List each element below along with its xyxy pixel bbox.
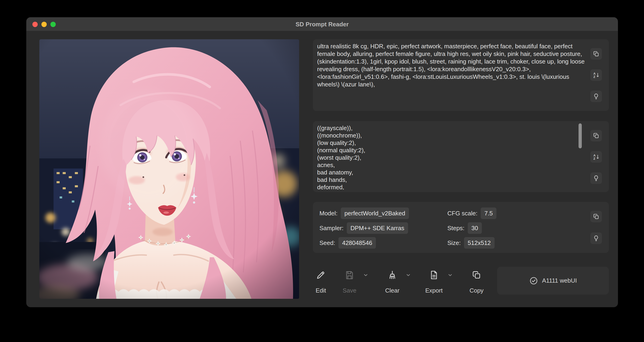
export-dropdown-chevron-icon[interactable] <box>447 272 454 278</box>
edit-button-label: Edit <box>310 287 331 294</box>
seed-value: 428048546 <box>338 237 376 249</box>
copy-icon <box>593 50 600 57</box>
scrollbar-thumb[interactable] <box>578 123 582 148</box>
negative-prompt-panel: ((grayscale)), ((monochrome)), (low qual… <box>313 121 609 192</box>
steps-value: 30 <box>468 222 482 234</box>
save-button-label: Save <box>339 287 360 294</box>
zoom-window-button[interactable] <box>50 22 56 27</box>
clear-button-label: Clear <box>382 287 403 294</box>
copy-negative-button[interactable] <box>590 130 602 141</box>
sort-az-icon <box>593 153 600 160</box>
negative-prompt-text[interactable]: ((grayscale)), ((monochrome)), (low qual… <box>317 124 587 190</box>
model-label: Model: <box>320 210 338 217</box>
param-row: Seed: 428048546 Size: 512x512 <box>320 237 587 249</box>
model-value: perfectWorld_v2Baked <box>341 208 409 219</box>
parameters-panel: Model: perfectWorld_v2Baked CFG scale: 7… <box>313 202 609 253</box>
sort-positive-button[interactable] <box>590 69 602 81</box>
sort-az-icon <box>593 72 600 78</box>
save-icon <box>344 270 354 280</box>
export-button[interactable]: Export <box>424 267 444 297</box>
edit-button[interactable]: Edit <box>310 267 331 297</box>
raw-view-parameters-button[interactable] <box>590 233 602 244</box>
sampler-label: Sampler: <box>320 225 344 232</box>
toolbar: Edit Save Clear Export Copy <box>313 267 609 306</box>
param-row: Sampler: DPM++ SDE Karras Steps: 30 <box>320 222 587 234</box>
param-row: Model: perfectWorld_v2Baked CFG scale: 7… <box>320 208 587 219</box>
lightbulb-icon <box>593 93 600 100</box>
size-value: 512x512 <box>464 237 494 249</box>
source-indicator-label: A1111 webUI <box>542 277 577 284</box>
desktop-background: SD Prompt Reader <box>0 0 644 342</box>
raw-view-positive-button[interactable] <box>590 91 602 102</box>
parameters-grid: Model: perfectWorld_v2Baked CFG scale: 7… <box>320 208 587 249</box>
lightbulb-icon <box>593 235 600 242</box>
app-window: SD Prompt Reader <box>26 17 618 307</box>
copy-button-label: Copy <box>466 287 487 294</box>
save-button[interactable]: Save <box>339 267 360 297</box>
sort-negative-button[interactable] <box>590 151 602 163</box>
window-title: SD Prompt Reader <box>26 17 618 31</box>
seed-label: Seed: <box>320 239 335 247</box>
copy-icon <box>593 213 600 220</box>
copy-icon <box>472 270 482 280</box>
traffic-lights <box>32 17 56 31</box>
cfg-label: CFG scale: <box>448 210 478 217</box>
clear-button[interactable]: Clear <box>382 267 403 297</box>
titlebar[interactable]: SD Prompt Reader <box>26 17 618 31</box>
positive-prompt-panel: ultra realistic 8k cg, HDR, epic, perfec… <box>313 39 609 111</box>
portrait-illustration <box>39 39 299 299</box>
copy-positive-button[interactable] <box>590 48 602 60</box>
pencil-icon <box>316 270 326 280</box>
export-button-label: Export <box>424 287 444 294</box>
copy-icon <box>593 132 600 139</box>
image-preview[interactable] <box>39 39 299 299</box>
steps-label: Steps: <box>448 225 464 232</box>
positive-prompt-text[interactable]: ultra realistic 8k cg, HDR, epic, perfec… <box>317 42 587 109</box>
lightbulb-icon <box>593 175 600 182</box>
source-indicator[interactable]: A1111 webUI <box>497 267 609 295</box>
minimize-window-button[interactable] <box>42 22 47 27</box>
copy-parameters-button[interactable] <box>590 211 602 222</box>
broom-icon <box>387 270 398 280</box>
copy-button[interactable]: Copy <box>466 267 487 297</box>
export-file-icon <box>429 270 439 280</box>
close-window-button[interactable] <box>32 22 38 27</box>
raw-view-negative-button[interactable] <box>590 172 602 184</box>
cfg-value: 7.5 <box>481 208 496 219</box>
clear-dropdown-chevron-icon[interactable] <box>405 272 412 278</box>
sampler-value: DPM++ SDE Karras <box>347 222 408 234</box>
save-dropdown-chevron-icon[interactable] <box>362 272 369 278</box>
check-circle-icon <box>529 276 538 285</box>
size-label: Size: <box>448 239 461 247</box>
